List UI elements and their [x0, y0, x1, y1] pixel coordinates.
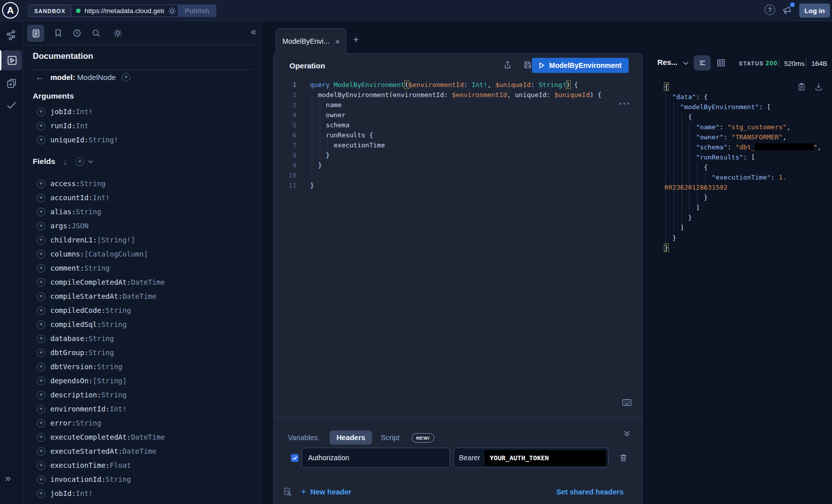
- apollo-logo-icon[interactable]: A: [2, 2, 19, 19]
- add-field-icon[interactable]: +: [37, 405, 45, 413]
- doc-field-row[interactable]: +uniqueId: String!: [37, 133, 118, 147]
- add-field-icon[interactable]: +: [37, 475, 45, 484]
- add-field-icon[interactable]: +: [37, 194, 45, 202]
- doc-field-row[interactable]: +dbtGroup: String: [37, 346, 165, 360]
- share-operation-icon[interactable]: [503, 60, 512, 69]
- add-field-icon[interactable]: +: [37, 334, 45, 343]
- operation-menu-icon[interactable]: •••: [619, 100, 631, 107]
- doc-field-row[interactable]: +args: JSON: [37, 219, 165, 233]
- announcements-megaphone-icon[interactable]: [782, 5, 792, 16]
- doc-field-row[interactable]: +dbtVersion: String: [37, 360, 165, 374]
- search-icon[interactable]: [92, 29, 101, 38]
- doc-field-row[interactable]: +access: String: [37, 177, 165, 191]
- endpoint-settings-gear-icon[interactable]: [168, 7, 176, 15]
- field-type[interactable]: String!: [89, 136, 118, 144]
- doc-field-row[interactable]: +executionTime: Float: [37, 458, 165, 472]
- doc-field-row[interactable]: +invocationId: String: [37, 472, 165, 486]
- sidebar-item-explorer[interactable]: [2, 50, 22, 70]
- delete-header-icon[interactable]: [619, 453, 628, 462]
- header-enabled-checkbox[interactable]: [291, 454, 298, 462]
- doc-field-row[interactable]: +columns: [CatalogColumn]: [37, 247, 165, 261]
- expand-rail-icon[interactable]: »: [5, 473, 11, 483]
- field-type[interactable]: Int!: [110, 405, 127, 413]
- new-tab-icon[interactable]: +: [353, 34, 359, 45]
- doc-field-row[interactable]: +error: String: [37, 416, 165, 430]
- new-header-button[interactable]: + New header: [301, 487, 351, 497]
- doc-field-row[interactable]: +executeCompletedAt: DateTime: [37, 430, 165, 444]
- response-panel-title[interactable]: Res...: [657, 58, 677, 66]
- doc-field-row[interactable]: +environmentId: Int!: [37, 402, 165, 416]
- doc-field-row[interactable]: +runId: Int: [37, 119, 118, 133]
- bookmark-icon[interactable]: [54, 29, 62, 37]
- field-type[interactable]: String: [76, 208, 102, 216]
- view-table-toggle[interactable]: [717, 59, 725, 67]
- add-field-icon[interactable]: +: [37, 108, 45, 116]
- field-type[interactable]: DateTime: [131, 278, 165, 286]
- doc-field-row[interactable]: +database: String: [37, 331, 165, 346]
- add-field-icon[interactable]: +: [37, 222, 45, 230]
- field-type[interactable]: String: [80, 180, 106, 188]
- add-type-icon[interactable]: +: [122, 73, 130, 81]
- add-field-icon[interactable]: +: [37, 320, 45, 329]
- operation-tab[interactable]: ModelByEnvi... ×: [276, 28, 346, 54]
- collapse-subpanel-icon[interactable]: [623, 430, 631, 437]
- doc-field-row[interactable]: +jobId: Int!: [37, 105, 118, 119]
- field-type[interactable]: DateTime: [122, 447, 156, 455]
- field-type[interactable]: String: [101, 320, 127, 328]
- help-icon[interactable]: ?: [765, 5, 775, 15]
- field-type[interactable]: String: [97, 363, 123, 371]
- field-type[interactable]: Int!: [76, 108, 93, 116]
- view-raw-toggle[interactable]: [694, 55, 711, 70]
- doc-field-row[interactable]: +jobId: Int!: [37, 486, 165, 500]
- add-field-icon[interactable]: +: [37, 236, 45, 244]
- add-field-icon[interactable]: +: [37, 208, 45, 216]
- type-name-link[interactable]: ModelNode: [77, 73, 116, 81]
- field-type[interactable]: [CatalogColumn]: [84, 250, 147, 258]
- add-field-icon[interactable]: +: [37, 447, 45, 456]
- doc-field-row[interactable]: +executeStartedAt: DateTime: [37, 444, 165, 458]
- history-icon[interactable]: [72, 29, 82, 38]
- add-field-icon[interactable]: +: [37, 489, 45, 498]
- field-type[interactable]: Int!: [76, 489, 93, 497]
- preflight-script-icon[interactable]: [284, 487, 292, 496]
- keyboard-shortcuts-icon[interactable]: [622, 399, 632, 406]
- field-type[interactable]: String: [106, 306, 131, 314]
- endpoint-url-input[interactable]: https://metadata.cloud.getd: [85, 7, 164, 15]
- add-field-icon[interactable]: +: [37, 461, 45, 470]
- field-type[interactable]: String: [89, 349, 114, 357]
- add-field-icon[interactable]: +: [37, 250, 45, 259]
- tab-variables[interactable]: Variables: [288, 434, 318, 442]
- schema-graph-icon[interactable]: [6, 29, 18, 41]
- back-icon[interactable]: ←: [35, 72, 44, 81]
- sidebar-item-collections[interactable]: [6, 78, 17, 89]
- doc-field-row[interactable]: +childrenL1: [String!]: [37, 233, 165, 247]
- login-button[interactable]: Log in: [799, 4, 830, 18]
- run-operation-button[interactable]: ModelByEnvironment: [532, 58, 629, 73]
- add-field-icon[interactable]: +: [37, 264, 45, 273]
- field-type[interactable]: String: [101, 391, 127, 399]
- operation-editor[interactable]: query ModelByEnvironment($environmentId:…: [310, 80, 601, 191]
- add-field-icon[interactable]: +: [37, 278, 45, 287]
- doc-field-row[interactable]: +dependsOn: [String]: [37, 374, 165, 388]
- field-type[interactable]: [String!]: [97, 236, 135, 244]
- collapse-docs-icon[interactable]: «: [251, 26, 256, 37]
- add-field-icon[interactable]: +: [37, 122, 45, 130]
- add-all-fields-icon[interactable]: +: [75, 157, 84, 166]
- doc-field-row[interactable]: +compileStartedAt: DateTime: [37, 289, 165, 303]
- add-field-icon[interactable]: +: [37, 292, 45, 301]
- endpoint-url-cell[interactable]: https://metadata.cloud.getd: [71, 5, 183, 17]
- add-field-icon[interactable]: +: [37, 363, 45, 371]
- field-type[interactable]: DateTime: [131, 433, 165, 441]
- close-tab-icon[interactable]: ×: [335, 38, 340, 45]
- add-field-icon[interactable]: +: [37, 349, 45, 357]
- header-value-input[interactable]: Bearer YOUR_AUTH_TOKEN: [453, 448, 609, 468]
- docs-tab-documentation-icon[interactable]: [27, 25, 44, 42]
- field-type[interactable]: String: [89, 334, 114, 343]
- set-shared-headers-button[interactable]: Set shared headers: [556, 488, 624, 496]
- doc-field-row[interactable]: +compiledSql: String: [37, 317, 165, 331]
- doc-field-row[interactable]: +description: String: [37, 388, 165, 402]
- field-type[interactable]: DateTime: [122, 292, 156, 300]
- sidebar-item-checks[interactable]: [6, 99, 18, 111]
- field-type[interactable]: Float: [110, 461, 131, 469]
- field-type[interactable]: String: [84, 264, 110, 272]
